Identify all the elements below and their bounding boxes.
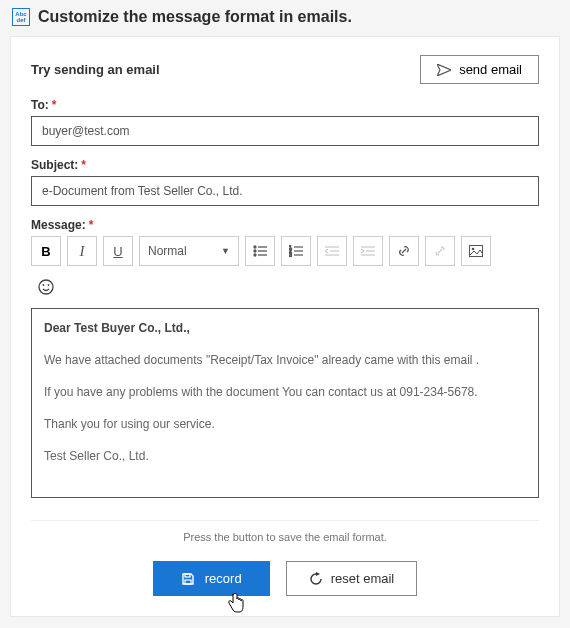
editor-toolbar: B I U Normal ▼ 123: [31, 236, 539, 266]
reset-email-button[interactable]: reset email: [286, 561, 418, 596]
to-input[interactable]: [31, 116, 539, 146]
chevron-down-icon: ▼: [221, 246, 230, 256]
editor-paragraph: We have attached documents "Receipt/Tax …: [44, 351, 526, 369]
svg-rect-24: [185, 580, 191, 584]
subject-label: Subject:*: [31, 158, 539, 172]
svg-rect-23: [185, 574, 190, 577]
record-button-label: record: [205, 571, 242, 586]
editor-salutation: Dear Test Buyer Co., Ltd.,: [44, 319, 526, 337]
underline-button[interactable]: U: [103, 236, 133, 266]
italic-button[interactable]: I: [67, 236, 97, 266]
svg-point-4: [254, 254, 256, 256]
reset-button-label: reset email: [331, 571, 395, 586]
svg-point-19: [472, 248, 475, 251]
save-hint: Press the button to save the email forma…: [31, 531, 539, 543]
message-editor-wrap: Dear Test Buyer Co., Ltd., We have attac…: [31, 308, 539, 498]
unlink-button[interactable]: [425, 236, 455, 266]
svg-point-2: [254, 250, 256, 252]
subject-input[interactable]: [31, 176, 539, 206]
bold-button[interactable]: B: [31, 236, 61, 266]
svg-point-22: [48, 284, 50, 286]
save-icon: [181, 572, 195, 586]
unordered-list-button[interactable]: [245, 236, 275, 266]
send-icon: [437, 64, 451, 76]
reset-icon: [309, 572, 323, 586]
svg-point-0: [254, 246, 256, 248]
editor-signature: Test Seller Co., Ltd.: [44, 447, 526, 465]
link-button[interactable]: [389, 236, 419, 266]
send-email-label: send email: [459, 62, 522, 77]
image-button[interactable]: [461, 236, 491, 266]
editor-paragraph: If you have any problems with the docume…: [44, 383, 526, 401]
record-button[interactable]: record: [153, 561, 270, 596]
indent-button[interactable]: [353, 236, 383, 266]
try-sending-label: Try sending an email: [31, 62, 160, 77]
format-select[interactable]: Normal ▼: [139, 236, 239, 266]
outdent-button[interactable]: [317, 236, 347, 266]
page-title: Customize the message format in emails.: [38, 8, 352, 26]
send-email-button[interactable]: send email: [420, 55, 539, 84]
svg-text:3: 3: [289, 252, 292, 257]
svg-point-20: [39, 280, 53, 294]
email-format-card: Try sending an email send email To:* Sub…: [10, 36, 560, 617]
svg-point-21: [43, 284, 45, 286]
editor-paragraph: Thank you for using our service.: [44, 415, 526, 433]
to-label: To:*: [31, 98, 539, 112]
ordered-list-button[interactable]: 123: [281, 236, 311, 266]
message-editor[interactable]: Dear Test Buyer Co., Ltd., We have attac…: [32, 309, 538, 497]
format-icon: Abc def: [12, 8, 30, 26]
message-label: Message:*: [31, 218, 539, 232]
divider: [31, 520, 539, 521]
emoji-button[interactable]: [31, 272, 61, 302]
